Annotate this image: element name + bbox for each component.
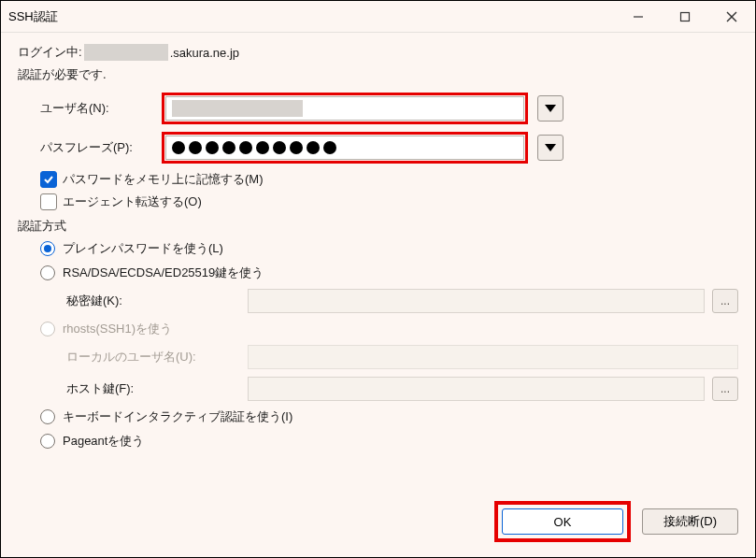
agent-forward-checkbox[interactable]: [40, 193, 57, 210]
username-history-dropdown[interactable]: [537, 95, 563, 122]
auth-required-label: 認証が必要です.: [18, 66, 738, 83]
username-input[interactable]: [165, 96, 524, 121]
password-dot: [239, 141, 252, 154]
plain-password-label: プレインパスワードを使う(L): [63, 240, 223, 257]
host-key-input[interactable]: [248, 377, 705, 401]
password-dot: [256, 141, 269, 154]
remember-password-checkbox[interactable]: [40, 171, 57, 188]
window-title: SSH認証: [8, 8, 615, 25]
dialog-content: ログイン中: .sakura.ne.jp 認証が必要です. ユーザ名(N): パ…: [1, 33, 755, 492]
svg-marker-4: [545, 105, 556, 112]
maximize-button[interactable]: [662, 1, 708, 33]
password-dot: [172, 141, 185, 154]
passphrase-history-dropdown[interactable]: [537, 135, 563, 161]
login-status-line: ログイン中: .sakura.ne.jp: [18, 44, 738, 61]
host-key-label: ホスト鍵(F):: [66, 380, 248, 397]
local-user-label: ローカルのユーザ名(U):: [66, 349, 248, 365]
rhosts-label: rhosts(SSH1)を使う: [63, 321, 172, 337]
ok-highlight: OK: [494, 501, 631, 542]
username-row: ユーザ名(N):: [18, 93, 738, 124]
password-dot: [206, 141, 219, 154]
agent-forward-label: エージェント転送する(O): [63, 193, 202, 210]
svg-marker-5: [545, 144, 556, 151]
rhosts-row: rhosts(SSH1)を使う: [18, 321, 738, 337]
password-dot: [307, 141, 320, 154]
keyboard-interactive-row: キーボードインタラクティブ認証を使う(I): [18, 408, 738, 425]
password-dot: [323, 141, 336, 154]
remember-password-row: パスワードをメモリ上に記憶する(M): [18, 171, 738, 188]
private-key-row: 秘密鍵(K): ...: [18, 289, 738, 313]
username-highlight: [162, 93, 528, 124]
host-key-row: ホスト鍵(F): ...: [18, 377, 738, 401]
password-dot: [273, 141, 286, 154]
minimize-button[interactable]: [615, 1, 662, 33]
login-prefix: ログイン中:: [18, 44, 82, 61]
username-label: ユーザ名(N):: [40, 100, 162, 117]
remember-password-label: パスワードをメモリ上に記憶する(M): [63, 171, 264, 188]
ssh-auth-window: SSH認証 ログイン中: .sakura.ne.jp 認証が必要です. ユーザ名…: [0, 0, 756, 558]
rhosts-radio: [40, 322, 55, 336]
password-dot: [222, 141, 235, 154]
agent-forward-row: エージェント転送する(O): [18, 193, 738, 210]
private-key-browse-button[interactable]: ...: [712, 289, 738, 313]
plain-password-radio[interactable]: [40, 241, 55, 256]
keyboard-interactive-radio[interactable]: [40, 409, 55, 424]
password-dot: [290, 141, 303, 154]
passphrase-highlight: [162, 132, 528, 164]
login-host-suffix: .sakura.ne.jp: [170, 46, 239, 60]
svg-rect-1: [681, 12, 690, 21]
pageant-row: Pageantを使う: [18, 433, 738, 450]
passphrase-label: パスフレーズ(P):: [40, 139, 162, 156]
rsa-dsa-row: RSA/DSA/ECDSA/ED25519鍵を使う: [18, 265, 738, 281]
disconnect-button[interactable]: 接続断(D): [642, 508, 738, 535]
local-user-input: [248, 345, 738, 369]
private-key-input[interactable]: [248, 289, 705, 313]
dialog-footer: OK 接続断(D): [1, 492, 755, 557]
auth-method-group-label: 認証方式: [18, 218, 738, 235]
host-key-browse-button[interactable]: ...: [712, 377, 738, 401]
redacted-username: [172, 100, 303, 117]
keyboard-interactive-label: キーボードインタラクティブ認証を使う(I): [63, 408, 292, 425]
pageant-label: Pageantを使う: [63, 433, 144, 450]
close-button[interactable]: [708, 1, 755, 33]
passphrase-input[interactable]: [165, 136, 524, 160]
rsa-dsa-radio[interactable]: [40, 265, 55, 280]
password-dot: [189, 141, 202, 154]
plain-password-row: プレインパスワードを使う(L): [18, 240, 738, 257]
private-key-label: 秘密鍵(K):: [66, 293, 248, 309]
redacted-host-part: [84, 44, 168, 61]
ok-button[interactable]: OK: [502, 508, 623, 535]
passphrase-row: パスフレーズ(P):: [18, 132, 738, 164]
rsa-dsa-label: RSA/DSA/ECDSA/ED25519鍵を使う: [63, 265, 264, 281]
local-user-row: ローカルのユーザ名(U):: [18, 345, 738, 369]
pageant-radio[interactable]: [40, 434, 55, 449]
titlebar: SSH認証: [1, 1, 755, 33]
